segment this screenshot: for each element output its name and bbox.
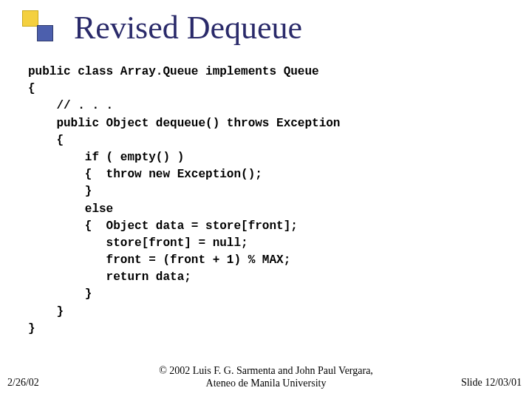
footer-copyright: © 2002 Luis F. G. Sarmenta and John Paul… (0, 365, 532, 390)
title-decoration-yellow (22, 10, 38, 27)
title-decoration-blue (37, 25, 53, 41)
slide-title: Revised Dequeue (74, 9, 302, 47)
footer-copyright-line1: © 2002 Luis F. G. Sarmenta and John Paul… (159, 365, 373, 376)
code-block: public class Array.Queue implements Queu… (28, 64, 340, 338)
footer-copyright-line2: Ateneo de Manila University (206, 378, 327, 389)
footer-slide-number: Slide 12/03/01 (461, 377, 522, 389)
